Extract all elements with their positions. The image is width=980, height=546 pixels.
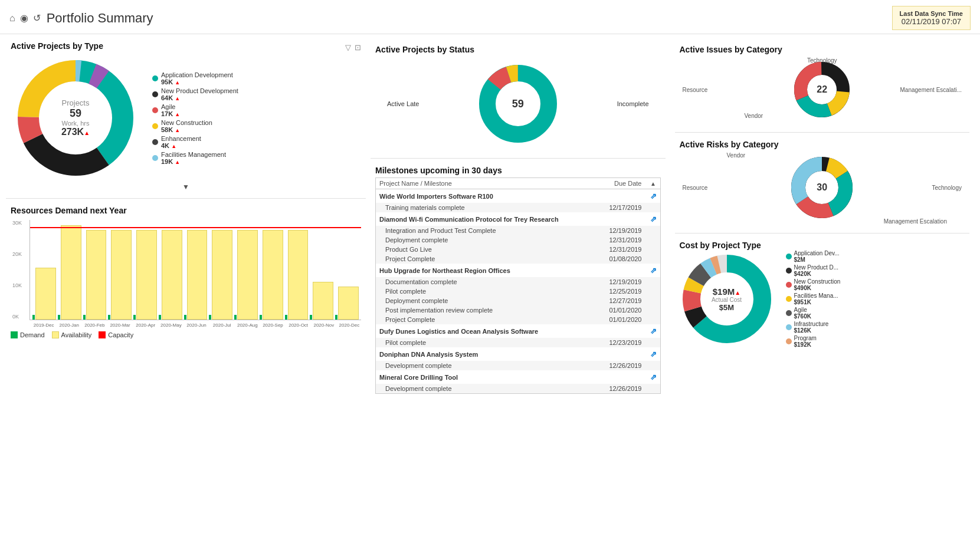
chart-legend: Demand Availability Capacity [11,331,361,338]
cost-donut-row: $19M▲ Actual Cost $5M Application Dev...… [680,250,965,348]
milestone-name: Training materials complete [376,203,572,212]
bar-availability [61,225,81,320]
milestone-item-row: Development complete12/26/2019 [376,361,660,370]
milestone-item-row: Deployment complete12/31/2019 [376,235,660,245]
milestone-project-row: Dufy Dunes Logistics and Ocean Analysis … [376,324,660,338]
project-link[interactable]: ⇗ [647,212,660,226]
cost-legend-item: Application Dev...$2M [786,250,841,263]
project-name: Wide World Importers Software R100 [376,189,647,203]
project-name: Diamond Wi-fi Communication Protocol for… [376,212,647,226]
x-label: 2020-Feb [83,323,106,328]
status-section: Active Projects by Status Active Late 59… [371,41,666,154]
right-column: Active Issues by Category Technology Man… [670,38,975,546]
legend-capacity: Capacity [99,331,133,338]
cost-legend-item: Facilities Mana...$951K [786,292,841,305]
issues-donut-row: Technology Management Escalati... Vendor… [680,54,965,125]
bar-availability [237,230,258,320]
risks-donut: 30 [789,155,854,220]
milestone-name: Product Go Live [376,245,572,254]
milestone-date: 12/19/2019 [572,226,647,235]
cost-legend-item: Infrastructure$126K [786,321,841,334]
milestone-item-row: Product Go Live12/31/2019 [376,245,660,254]
project-link[interactable]: ⇗ [647,370,660,384]
x-label: 2020-Mar [108,323,132,328]
apt-donut: Projects 59 Work, hrs 273K▲ [11,53,140,183]
issues-vendor-label: Vendor [745,113,763,119]
x-label: 2020-Sep [261,323,284,328]
milestone-name: Pilot complete [376,338,572,347]
col-project-name: Project Name / Milestone [376,178,572,189]
x-label: 2019-Dec [32,323,55,328]
milestone-item-row: Post implementation review complete01/01… [376,305,660,315]
back-icon[interactable]: ◉ [20,12,28,24]
legend-item: Facilities Management19K ▲ [152,151,238,165]
legend-item: New Product Development64K ▲ [152,87,238,101]
milestone-project-row: Wide World Importers Software R100⇗ [376,189,660,203]
bar-availability [338,287,359,320]
project-link[interactable]: ⇗ [647,347,660,361]
x-label: 2020-Aug [235,323,259,328]
bar-group [32,220,56,320]
bar-group [335,220,359,320]
project-link[interactable]: ⇗ [647,189,660,203]
scroll-up-icon[interactable]: ▲ [650,180,656,187]
risks-technology-label: Technology [932,185,962,191]
legend-item: Enhancement4K ▲ [152,135,238,149]
bar-group [133,220,157,320]
legend-item: Application Development95K ▲ [152,71,238,85]
bar-availability [187,230,208,320]
milestone-project-row: Mineral Core Drilling Tool⇗ [376,370,660,384]
bar-demand [133,315,136,320]
milestone-date: 01/01/2020 [572,315,647,324]
bar-demand [159,315,161,320]
bar-group [83,220,107,320]
bar-group [285,220,309,320]
x-label: 2020-Jun [185,323,208,328]
apt-expand-arrow[interactable]: ▼ [11,183,361,191]
bar-group [234,220,258,320]
milestone-name: Development complete [376,384,572,393]
bar-demand [234,315,237,320]
filter-icon[interactable]: ▽ [345,43,351,52]
apt-title: Active Projects by Type [11,41,103,51]
cost-legend-item: Agile$760K [786,307,841,320]
milestone-name: Integration and Product Test Complete [376,226,572,235]
refresh-icon[interactable]: ↺ [33,12,41,24]
header-left: ⌂ ◉ ↺ Portfolio Summary [9,11,153,26]
milestone-name: Project Complete [376,254,572,264]
milestone-item-row: Project Complete01/01/2020 [376,315,660,324]
expand-icon[interactable]: ⊡ [355,43,361,52]
milestone-date: 12/31/2019 [572,235,647,245]
milestone-date: 01/08/2020 [572,254,647,264]
cost-section: Cost by Project Type [675,237,970,542]
bar-demand [260,315,262,320]
milestone-name: Development complete [376,361,572,370]
milestone-item-row: Project Complete01/08/2020 [376,254,660,264]
risks-donut-row: Vendor Technology Resource Management Es… [680,149,965,226]
status-donut: 59 [477,63,559,145]
cost-legend-item: New Construction$490K [786,278,841,291]
project-link[interactable]: ⇗ [647,324,660,338]
risks-resource-label: Resource [683,185,708,191]
milestone-project-row: Hub Upgrade for Northeast Region Offices… [376,264,660,277]
page-title: Portfolio Summary [47,11,153,26]
bar-group [108,220,132,320]
milestone-date: 12/27/2019 [572,296,647,305]
milestone-date: 12/26/2019 [572,361,647,370]
x-label: 2020-Dec [337,323,361,328]
milestone-item-row: Development complete12/26/2019 [376,384,660,393]
bar-availability [136,230,157,320]
apt-donut-row: Projects 59 Work, hrs 273K▲ Application … [11,53,361,183]
cost-legend-item: New Product D...$420K [786,264,841,277]
bar-chart-wrapper: 30K20K10K0K 2019-Dec2020-Jan2020-Feb2020… [11,220,361,328]
risks-mgmt-label: Management Escalation [884,218,947,225]
legend-item: Agile17K ▲ [152,103,238,117]
bar-group [209,220,232,320]
milestone-date: 12/31/2019 [572,245,647,254]
home-icon[interactable]: ⌂ [9,13,15,24]
status-donut-row: Active Late 59 Incomplete [375,57,661,151]
sync-time: 02/11/2019 07:07 [900,17,963,26]
project-link[interactable]: ⇗ [647,264,660,277]
x-label: 2020-Oct [287,323,310,328]
bar-chart: 30K20K10K0K [30,220,361,320]
